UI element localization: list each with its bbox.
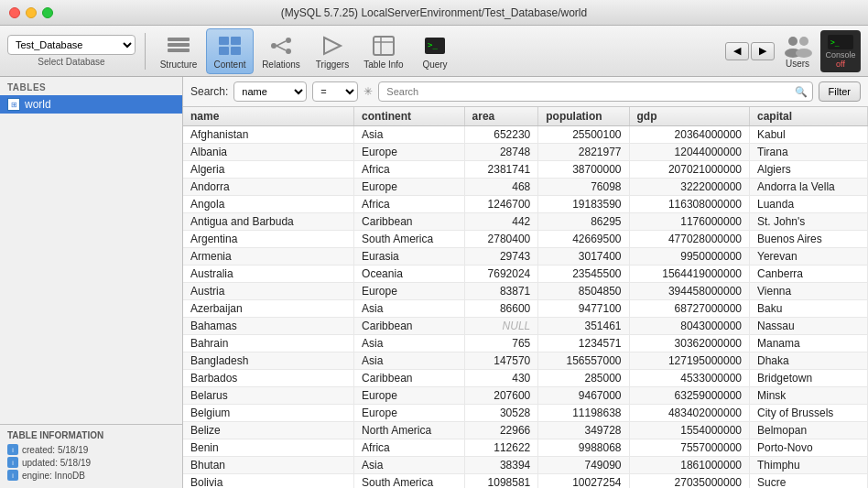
- table-cell-continent: Africa: [354, 161, 464, 179]
- table-row[interactable]: BarbadosCaribbean4302850004533000000Brid…: [183, 370, 868, 387]
- table-row[interactable]: BelizeNorth America229663497281554000000…: [183, 422, 868, 439]
- table-row[interactable]: Antigua and BarbudaCaribbean442862951176…: [183, 213, 868, 231]
- table-cell-area: 38394: [464, 457, 538, 474]
- query-button[interactable]: >_ Query: [411, 29, 459, 73]
- table-cell-capital: Tirana: [750, 144, 868, 161]
- col-header-gdp[interactable]: gdp: [629, 107, 749, 126]
- tableinfo-label: Table Info: [363, 60, 403, 70]
- table-row[interactable]: BoliviaSouth America10985811002725427035…: [183, 474, 868, 489]
- table-cell-population: 11198638: [538, 405, 629, 422]
- svg-marker-12: [324, 38, 341, 54]
- col-header-continent[interactable]: continent: [354, 107, 464, 126]
- col-header-area[interactable]: area: [464, 107, 538, 126]
- table-cell-capital: Buenos Aires: [750, 231, 868, 248]
- svg-point-22: [796, 49, 812, 58]
- table-row[interactable]: AlgeriaAfrica238174138700000207021000000…: [183, 161, 868, 179]
- table-row[interactable]: BangladeshAsia14757015655700012719500000…: [183, 352, 868, 370]
- console-group[interactable]: >_ Console off: [820, 30, 861, 72]
- table-row[interactable]: AustraliaOceania769202423545500156441900…: [183, 266, 868, 283]
- table-cell-continent: Europe: [354, 387, 464, 405]
- info-row-updated: i updated: 5/18/19: [7, 457, 175, 468]
- col-header-name[interactable]: name: [183, 107, 354, 126]
- table-row[interactable]: AzerbaijanAsia86600947710068727000000Bak…: [183, 300, 868, 318]
- table-row[interactable]: AlbaniaEurope28748282197712044000000Tira…: [183, 144, 868, 161]
- filter-button[interactable]: Filter: [819, 81, 861, 102]
- tableinfo-button[interactable]: Table Info: [360, 29, 407, 73]
- svg-rect-4: [231, 37, 241, 45]
- table-cell-capital: Bridgetown: [750, 370, 868, 387]
- relations-label: Relations: [262, 60, 300, 70]
- table-cell-capital: Baku: [750, 300, 868, 318]
- relations-button[interactable]: Relations: [257, 29, 305, 73]
- structure-icon: [164, 33, 193, 59]
- table-row[interactable]: BhutanAsia383947490901861000000Thimphu: [183, 457, 868, 474]
- minimize-button[interactable]: [26, 7, 37, 18]
- svg-text:>_: >_: [428, 40, 438, 49]
- table-cell-population: 25500100: [538, 126, 629, 144]
- table-cell-area: 83871: [464, 283, 538, 300]
- col-header-capital[interactable]: capital: [750, 107, 868, 126]
- table-row[interactable]: AustriaEurope838718504850394458000000Vie…: [183, 283, 868, 300]
- search-operator-select[interactable]: = != LIKE > <: [312, 81, 358, 102]
- info-icon-engine: i: [7, 470, 18, 481]
- table-row[interactable]: BeninAfrica11262299880687557000000Porto-…: [183, 439, 868, 457]
- table-cell-continent: Asia: [354, 352, 464, 370]
- table-cell-continent: Europe: [354, 144, 464, 161]
- table-cell-population: 9988068: [538, 439, 629, 457]
- table-row[interactable]: BelarusEurope207600946700063259000000Min…: [183, 387, 868, 405]
- table-cell-capital: Canberra: [750, 266, 868, 283]
- col-header-population[interactable]: population: [538, 107, 629, 126]
- table-cell-capital: St. John's: [750, 213, 868, 231]
- search-input[interactable]: [378, 81, 812, 102]
- table-row[interactable]: AngolaAfrica124670019183590116308000000L…: [183, 196, 868, 213]
- table-cell-population: 19183590: [538, 196, 629, 213]
- table-cell-population: 76098: [538, 179, 629, 196]
- table-cell-population: 351461: [538, 318, 629, 335]
- toolbar: Test_Database Select Database Structure …: [0, 26, 868, 77]
- content-button[interactable]: Content: [206, 28, 254, 74]
- table-cell-capital: Dhaka: [750, 352, 868, 370]
- table-cell-area: 86600: [464, 300, 538, 318]
- db-selector[interactable]: Test_Database: [7, 35, 136, 55]
- table-cell-name: Afghanistan: [183, 126, 354, 144]
- maximize-button[interactable]: [42, 7, 53, 18]
- users-group[interactable]: Users: [782, 33, 813, 69]
- close-button[interactable]: [9, 7, 20, 18]
- table-cell-continent: Caribbean: [354, 318, 464, 335]
- table-row[interactable]: ArgentinaSouth America278040042669500477…: [183, 231, 868, 248]
- table-cell-population: 9467000: [538, 387, 629, 405]
- table-cell-area: NULL: [464, 318, 538, 335]
- table-cell-capital: Belmopan: [750, 422, 868, 439]
- data-table-wrap[interactable]: name continent area population gdp capit…: [183, 107, 868, 488]
- table-cell-capital: Kabul: [750, 126, 868, 144]
- table-cell-name: Belgium: [183, 405, 354, 422]
- table-cell-gdp: 116308000000: [629, 196, 749, 213]
- table-cell-capital: Yerevan: [750, 248, 868, 266]
- table-row[interactable]: ArmeniaEurasia2974330174009950000000Yere…: [183, 248, 868, 266]
- table-icon: ⊞: [7, 98, 20, 111]
- tables-section-title: TABLES: [0, 77, 182, 95]
- table-row[interactable]: BahrainAsia765123457130362000000Manama: [183, 335, 868, 352]
- triggers-button[interactable]: Triggers: [309, 29, 356, 73]
- table-row[interactable]: AndorraEurope468760983222000000Andorra l…: [183, 179, 868, 196]
- nav-back-button[interactable]: ◀: [725, 42, 749, 60]
- search-field-select[interactable]: name continent area population gdp capit…: [233, 81, 307, 102]
- table-cell-population: 23545500: [538, 266, 629, 283]
- table-row[interactable]: AfghanistanAsia6522302550010020364000000…: [183, 126, 868, 144]
- table-row[interactable]: BelgiumEurope3052811198638483402000000Ci…: [183, 405, 868, 422]
- table-cell-name: Barbados: [183, 370, 354, 387]
- table-cell-name: Albania: [183, 144, 354, 161]
- svg-rect-3: [219, 37, 229, 45]
- info-engine: engine: InnoDB: [22, 471, 85, 481]
- table-row[interactable]: BahamasCaribbeanNULL3514618043000000Nass…: [183, 318, 868, 335]
- table-cell-area: 2780400: [464, 231, 538, 248]
- table-cell-area: 652230: [464, 126, 538, 144]
- structure-button[interactable]: Structure: [155, 29, 202, 73]
- sidebar-item-world[interactable]: ⊞ world: [0, 95, 182, 114]
- table-cell-area: 765: [464, 335, 538, 352]
- table-cell-capital: Vienna: [750, 283, 868, 300]
- table-info-title: TABLE INFORMATION: [7, 430, 175, 440]
- table-cell-area: 1246700: [464, 196, 538, 213]
- table-cell-population: 1234571: [538, 335, 629, 352]
- nav-forward-button[interactable]: ▶: [751, 42, 775, 60]
